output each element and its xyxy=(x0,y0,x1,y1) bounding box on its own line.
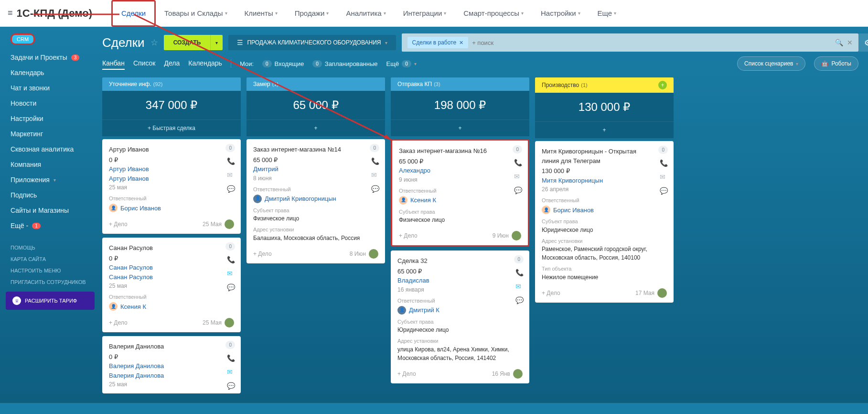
phone-icon[interactable]: 📞 xyxy=(227,255,235,265)
sidebar-tag-crm[interactable]: CRM xyxy=(11,33,35,45)
view-incoming[interactable]: 0 Входящие xyxy=(262,60,304,67)
chat-icon[interactable]: 💬 xyxy=(515,295,524,305)
chat-icon[interactable]: 💬 xyxy=(227,184,235,194)
scenarios-button[interactable]: Список сценариев ▾ xyxy=(737,56,805,71)
nav-item-3[interactable]: Продажи▾ xyxy=(286,0,338,27)
chat-icon[interactable]: 💬 xyxy=(227,283,235,293)
phone-icon[interactable]: 📞 xyxy=(227,353,235,363)
quick-add[interactable]: + xyxy=(535,121,674,138)
view-planned[interactable]: 0 Запланированные xyxy=(312,60,377,67)
column-header[interactable]: Производство (1)+ xyxy=(535,77,674,93)
deal-card[interactable]: 0📞✉💬Заказ интернет-магазина №1465 000 ₽Д… xyxy=(246,139,385,263)
view-tab-2[interactable]: Дела xyxy=(164,57,180,70)
sidebar-small-0[interactable]: ПОМОЩЬ xyxy=(0,242,100,253)
card-contact-link[interactable]: Валерия Данилова xyxy=(109,371,234,381)
card-contact-link[interactable]: Артур Иванов xyxy=(109,174,234,184)
card-contact-link[interactable]: Алехандро xyxy=(399,166,521,175)
view-tab-1[interactable]: Список xyxy=(133,57,156,70)
deal-card[interactable]: 0📞✉💬Сделка 3265 000 ₽Владислав16 январяО… xyxy=(391,251,529,383)
favorite-star-icon[interactable]: ☆ xyxy=(150,37,158,48)
robots-button[interactable]: 🤖 Роботы xyxy=(814,56,858,71)
add-task-link[interactable]: + Дело xyxy=(542,289,560,297)
filter-chip[interactable]: Сделки в работе ✕ xyxy=(407,37,469,48)
sidebar-item-1[interactable]: Календарь xyxy=(0,65,100,80)
sidebar-item-8[interactable]: Приложения▾ xyxy=(0,172,100,187)
responsible-person[interactable]: 👤Ксения К xyxy=(109,302,234,312)
responsible-person[interactable]: 👤Ксения К xyxy=(399,196,521,205)
responsible-person[interactable]: 👤Дмитрий Кривогорницын xyxy=(253,194,378,204)
column-header[interactable]: Отправка КП (3) xyxy=(391,77,529,91)
clear-icon[interactable]: ✕ xyxy=(847,39,853,46)
add-task-link[interactable]: + Дело xyxy=(397,370,416,378)
nav-item-6[interactable]: Смарт-процессы▾ xyxy=(455,0,532,27)
chat-icon[interactable]: 💬 xyxy=(227,381,235,391)
card-contact-link[interactable]: Митя Кривогорницын xyxy=(542,176,667,185)
phone-icon[interactable]: 📞 xyxy=(660,158,668,168)
add-task-link[interactable]: + Дело xyxy=(109,220,128,229)
card-contact-link[interactable]: Санан Расулов xyxy=(109,263,234,272)
add-task-link[interactable]: + Дело xyxy=(253,250,272,258)
nav-item-4[interactable]: Аналитика▾ xyxy=(337,0,394,27)
sidebar-small-3[interactable]: ПРИГЛАСИТЬ СОТРУДНИКОВ xyxy=(0,276,100,288)
deal-card[interactable]: 0📞✉💬Заказ интернет-магазина №1665 000 ₽А… xyxy=(391,139,529,247)
responsible-person[interactable]: 👤Борис Иванов xyxy=(109,204,234,213)
quick-add[interactable]: + xyxy=(246,120,385,136)
nav-item-1[interactable]: Товары и Склады▾ xyxy=(156,0,236,27)
view-tab-0[interactable]: Канбан xyxy=(102,57,125,70)
sidebar-item-4[interactable]: Настройки xyxy=(0,111,100,126)
card-contact-link[interactable]: Валерия Данилова xyxy=(109,361,234,371)
card-contact-link[interactable]: Дмитрий xyxy=(253,164,378,174)
view-tab-3[interactable]: Календарь xyxy=(188,57,222,70)
column-header[interactable]: Уточнение инф. (92) xyxy=(102,77,241,91)
sidebar-item-3[interactable]: Новости xyxy=(0,96,100,111)
sidebar-item-5[interactable]: Маркетинг xyxy=(0,126,100,142)
chat-icon[interactable]: 💬 xyxy=(660,186,668,196)
hamburger-icon[interactable]: ≡ xyxy=(8,8,13,18)
phone-icon[interactable]: 📞 xyxy=(227,156,235,166)
deal-card[interactable]: 0📞✉💬Валерия Данилова0 ₽Валерия ДаниловаВ… xyxy=(102,336,241,393)
nav-item-7[interactable]: Настройки▾ xyxy=(532,0,589,27)
settings-gear-button[interactable]: ⚙ xyxy=(858,33,868,52)
mail-icon[interactable]: ✉ xyxy=(227,269,235,279)
phone-icon[interactable]: 📞 xyxy=(371,156,379,166)
mail-icon[interactable]: ✉ xyxy=(514,172,522,182)
nav-item-8[interactable]: Еще▾ xyxy=(589,0,625,27)
chat-icon[interactable]: 💬 xyxy=(371,184,379,194)
mail-icon[interactable]: ✉ xyxy=(227,367,235,377)
add-task-link[interactable]: + Дело xyxy=(109,318,128,327)
deal-card[interactable]: 0📞✉💬Митя Кривогорницын - Открытая линия … xyxy=(535,141,674,303)
sidebar-small-1[interactable]: КАРТА САЙТА xyxy=(0,253,100,265)
nav-item-0[interactable]: Сделки xyxy=(111,0,156,27)
phone-icon[interactable]: 📞 xyxy=(514,158,522,168)
chat-icon[interactable]: 💬 xyxy=(514,185,522,196)
nav-item-5[interactable]: Интеграции▾ xyxy=(395,0,455,27)
nav-item-2[interactable]: Клиенты▾ xyxy=(236,0,286,27)
mail-icon[interactable]: ✉ xyxy=(660,172,668,182)
view-more[interactable]: Ещё 0 ▾ xyxy=(386,60,417,67)
create-split-button[interactable]: ▾ xyxy=(210,35,223,50)
deal-card[interactable]: 0📞✉💬Артур Иванов0 ₽Артур ИвановАртур Ива… xyxy=(102,139,241,234)
sidebar-item-2[interactable]: Чат и звонки xyxy=(0,80,100,96)
search-input[interactable] xyxy=(472,39,831,46)
column-add-button[interactable]: + xyxy=(658,81,667,89)
sidebar-item-0[interactable]: Задачи и Проекты3 xyxy=(0,50,100,65)
expand-tariff-button[interactable]: ♕ РАСШИРИТЬ ТАРИФ xyxy=(6,292,95,310)
mail-icon[interactable]: ✉ xyxy=(227,170,235,180)
add-task-link[interactable]: + Дело xyxy=(399,231,418,240)
card-contact-link[interactable]: Санан Расулов xyxy=(109,272,234,282)
create-button[interactable]: СОЗДАТЬ xyxy=(164,35,211,50)
chip-remove-icon[interactable]: ✕ xyxy=(459,40,463,46)
deal-card[interactable]: 0📞✉💬Санан Расулов0 ₽Санан РасуловСанан Р… xyxy=(102,238,241,332)
sidebar-item-6[interactable]: Сквозная аналитика xyxy=(0,142,100,157)
mail-icon[interactable]: ✉ xyxy=(515,282,524,292)
filter-pipeline[interactable]: ☰ ПРОДАЖА КЛИМАТИЧЕСКОГО ОБОРУДОВАНИЯ ▾ xyxy=(228,35,396,50)
mail-icon[interactable]: ✉ xyxy=(371,170,379,180)
card-contact-link[interactable]: Артур Иванов xyxy=(109,164,234,174)
sidebar-small-2[interactable]: НАСТРОИТЬ МЕНЮ xyxy=(0,265,100,276)
responsible-person[interactable]: 👤Дмитрий К xyxy=(397,305,523,315)
sidebar-item-9[interactable]: Подпись xyxy=(0,187,100,203)
search-icon[interactable]: 🔍 xyxy=(835,39,843,46)
sidebar-item-7[interactable]: Компания xyxy=(0,157,100,172)
sidebar-item-11[interactable]: Ещё -1 xyxy=(0,218,100,233)
quick-add[interactable]: + Быстрая сделка xyxy=(102,120,241,136)
